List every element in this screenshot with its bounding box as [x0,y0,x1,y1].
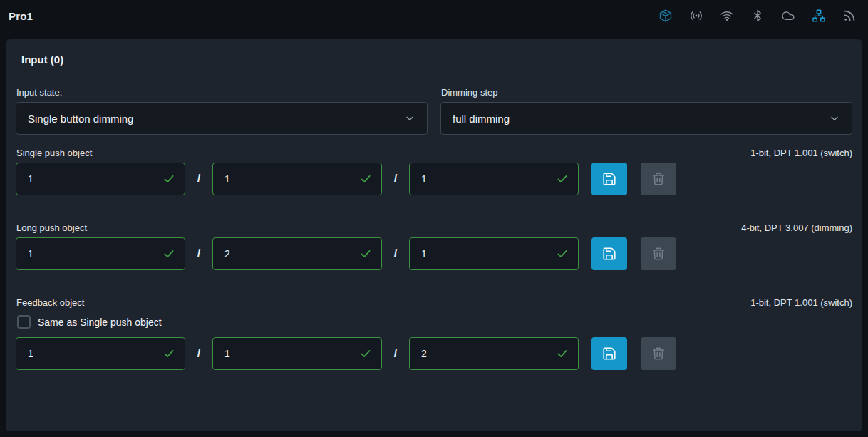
valid-check-icon [359,247,372,260]
valid-check-icon [359,173,372,185]
address-separator: / [382,247,409,260]
wifi-icon[interactable] [720,9,734,23]
save-button[interactable] [591,237,627,270]
input-config-panel: Input (0) Input state: Single button dim… [6,39,862,431]
single-push-dpt: 1-bit, DPT 1.001 (switch) [750,148,852,158]
valid-check-icon [162,347,175,360]
feedback-dpt: 1-bit, DPT 1.001 (switch) [750,297,852,308]
long-push-dpt: 4-bit, DPT 3.007 (dimming) [741,222,852,233]
bluetooth-icon[interactable] [750,9,765,23]
valid-check-icon [359,347,372,360]
delete-button[interactable] [641,337,676,370]
same-as-single-push-label: Same as Single push object [38,317,162,328]
group-address-field [409,163,579,195]
chevron-down-icon [829,113,840,124]
valid-check-icon [556,247,569,260]
rss-icon[interactable] [842,9,857,23]
valid-check-icon [556,173,569,185]
single-push-sub-input[interactable] [410,173,556,185]
single-push-middle-input[interactable] [213,173,359,185]
chevron-down-icon [404,113,415,124]
valid-check-icon [556,347,569,360]
dimming-step-value: full dimming [453,113,510,125]
address-separator: / [185,173,212,185]
save-icon [601,246,617,262]
input-state-select[interactable]: Single button dimming [16,102,428,135]
group-address-field [16,163,185,195]
group-address-field [409,237,579,270]
trash-icon [651,171,666,187]
save-button[interactable] [591,337,627,370]
feedback-sub-input[interactable] [410,348,556,359]
valid-check-icon [162,173,175,185]
single-push-label: Single push object [16,148,92,158]
input-state-label: Input state: [16,87,428,98]
feedback-section: Feedback object 1-bit, DPT 1.001 (switch… [16,297,852,370]
delete-button[interactable] [641,163,676,195]
broadcast-icon[interactable] [689,9,703,23]
group-address-field [409,337,579,370]
single-push-main-input[interactable] [16,173,162,185]
panel-title: Input (0) [21,53,852,66]
status-icons [658,9,857,23]
same-as-single-push-checkbox[interactable] [17,315,31,329]
save-icon [601,346,617,361]
feedback-middle-input[interactable] [213,348,359,359]
save-button[interactable] [591,163,627,195]
cube-3d-icon[interactable] [658,9,673,23]
topbar: Pro1 [0,0,868,31]
long-push-middle-input[interactable] [213,248,359,259]
address-separator: / [382,347,409,360]
same-as-single-push-row: Same as Single push object [17,315,852,329]
feedback-label: Feedback object [16,297,84,308]
long-push-label: Long push object [16,222,87,233]
group-address-field [16,237,185,270]
network-icon[interactable] [812,9,826,23]
address-separator: / [382,173,409,185]
single-push-section: Single push object 1-bit, DPT 1.001 (swi… [16,148,852,195]
long-push-main-input[interactable] [16,248,162,259]
input-state-value: Single button dimming [28,113,133,125]
device-title: Pro1 [9,10,33,22]
cloud-icon[interactable] [781,9,795,23]
address-separator: / [185,247,212,260]
group-address-field [16,337,185,370]
dimming-step-label: Dimming step [441,87,852,98]
long-push-section: Long push object 4-bit, DPT 3.007 (dimmi… [16,222,852,270]
feedback-main-input[interactable] [16,348,162,359]
group-address-field [212,337,382,370]
address-separator: / [185,347,212,360]
long-push-sub-input[interactable] [410,248,556,259]
save-icon [601,171,617,187]
trash-icon [651,246,666,262]
delete-button[interactable] [641,237,676,270]
group-address-field [212,163,382,195]
dimming-step-select[interactable]: full dimming [440,102,852,135]
group-address-field [212,237,382,270]
valid-check-icon [162,247,175,260]
trash-icon [651,346,666,361]
